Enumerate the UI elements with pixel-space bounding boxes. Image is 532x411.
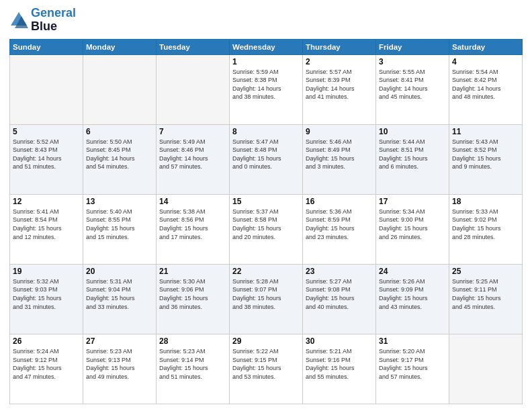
calendar-cell: 25Sunrise: 5:25 AM Sunset: 9:11 PM Dayli…	[449, 264, 523, 334]
calendar-cell	[83, 54, 157, 124]
day-number: 25	[452, 267, 519, 276]
calendar-cell: 5Sunrise: 5:52 AM Sunset: 8:43 PM Daylig…	[10, 124, 83, 194]
calendar-cell: 28Sunrise: 5:23 AM Sunset: 9:14 PM Dayli…	[157, 334, 230, 404]
day-info: Sunrise: 5:41 AM Sunset: 8:54 PM Dayligh…	[13, 208, 80, 241]
calendar-cell: 11Sunrise: 5:43 AM Sunset: 8:52 PM Dayli…	[449, 124, 523, 194]
day-number: 19	[13, 267, 80, 276]
day-number: 2	[306, 57, 373, 66]
day-info: Sunrise: 5:20 AM Sunset: 9:17 PM Dayligh…	[379, 347, 446, 381]
day-info: Sunrise: 5:23 AM Sunset: 9:13 PM Dayligh…	[86, 347, 153, 381]
day-info: Sunrise: 5:22 AM Sunset: 9:15 PM Dayligh…	[232, 347, 300, 381]
calendar-cell: 22Sunrise: 5:28 AM Sunset: 9:07 PM Dayli…	[230, 264, 303, 334]
col-header-saturday: Saturday	[449, 39, 523, 54]
day-info: Sunrise: 5:30 AM Sunset: 9:06 PM Dayligh…	[159, 277, 226, 311]
calendar-cell	[449, 334, 523, 404]
calendar-cell: 18Sunrise: 5:33 AM Sunset: 9:02 PM Dayli…	[449, 194, 523, 264]
calendar-cell: 17Sunrise: 5:34 AM Sunset: 9:00 PM Dayli…	[376, 194, 449, 264]
calendar-header-row: SundayMondayTuesdayWednesdayThursdayFrid…	[10, 39, 523, 54]
day-number: 29	[232, 336, 300, 346]
logo-text: General Blue	[31, 7, 76, 34]
calendar-cell	[10, 54, 83, 124]
day-number: 1	[232, 57, 300, 66]
day-number: 23	[306, 267, 373, 276]
day-info: Sunrise: 5:40 AM Sunset: 8:55 PM Dayligh…	[86, 208, 153, 241]
calendar-cell: 2Sunrise: 5:57 AM Sunset: 8:39 PM Daylig…	[303, 54, 376, 124]
day-number: 26	[13, 336, 80, 346]
day-number: 21	[159, 267, 226, 276]
day-number: 16	[306, 197, 373, 206]
calendar-cell: 30Sunrise: 5:21 AM Sunset: 9:16 PM Dayli…	[303, 334, 376, 404]
day-number: 12	[13, 197, 80, 206]
day-info: Sunrise: 5:50 AM Sunset: 8:45 PM Dayligh…	[86, 138, 153, 171]
day-number: 30	[306, 336, 373, 346]
day-info: Sunrise: 5:24 AM Sunset: 9:12 PM Dayligh…	[13, 347, 80, 381]
calendar-cell: 4Sunrise: 5:54 AM Sunset: 8:42 PM Daylig…	[449, 54, 523, 124]
day-info: Sunrise: 5:28 AM Sunset: 9:07 PM Dayligh…	[232, 277, 300, 311]
col-header-thursday: Thursday	[303, 39, 376, 54]
calendar-week-4: 26Sunrise: 5:24 AM Sunset: 9:12 PM Dayli…	[10, 334, 523, 404]
calendar-week-0: 1Sunrise: 5:59 AM Sunset: 8:38 PM Daylig…	[10, 54, 523, 124]
day-info: Sunrise: 5:37 AM Sunset: 8:58 PM Dayligh…	[232, 208, 300, 241]
day-info: Sunrise: 5:32 AM Sunset: 9:03 PM Dayligh…	[13, 277, 80, 311]
day-info: Sunrise: 5:31 AM Sunset: 9:04 PM Dayligh…	[86, 277, 153, 311]
calendar-cell: 9Sunrise: 5:46 AM Sunset: 8:49 PM Daylig…	[303, 124, 376, 194]
day-info: Sunrise: 5:33 AM Sunset: 9:02 PM Dayligh…	[452, 208, 519, 241]
calendar-cell: 6Sunrise: 5:50 AM Sunset: 8:45 PM Daylig…	[83, 124, 157, 194]
col-header-tuesday: Tuesday	[157, 39, 230, 54]
calendar-week-3: 19Sunrise: 5:32 AM Sunset: 9:03 PM Dayli…	[10, 264, 523, 334]
calendar-week-2: 12Sunrise: 5:41 AM Sunset: 8:54 PM Dayli…	[10, 194, 523, 264]
day-info: Sunrise: 5:23 AM Sunset: 9:14 PM Dayligh…	[159, 347, 226, 381]
day-number: 10	[379, 127, 446, 136]
calendar-cell: 10Sunrise: 5:44 AM Sunset: 8:51 PM Dayli…	[376, 124, 449, 194]
calendar-cell: 29Sunrise: 5:22 AM Sunset: 9:15 PM Dayli…	[230, 334, 303, 404]
day-info: Sunrise: 5:43 AM Sunset: 8:52 PM Dayligh…	[452, 138, 519, 171]
day-number: 24	[379, 267, 446, 276]
day-info: Sunrise: 5:38 AM Sunset: 8:56 PM Dayligh…	[159, 208, 226, 241]
logo-line1: General	[31, 7, 76, 20]
day-info: Sunrise: 5:59 AM Sunset: 8:38 PM Dayligh…	[232, 68, 300, 101]
day-number: 28	[159, 336, 226, 346]
calendar-cell: 3Sunrise: 5:55 AM Sunset: 8:41 PM Daylig…	[376, 54, 449, 124]
col-header-sunday: Sunday	[10, 39, 83, 54]
day-number: 15	[232, 197, 300, 206]
calendar-cell: 20Sunrise: 5:31 AM Sunset: 9:04 PM Dayli…	[83, 264, 157, 334]
day-info: Sunrise: 5:52 AM Sunset: 8:43 PM Dayligh…	[13, 138, 80, 171]
day-number: 22	[232, 267, 300, 276]
logo-icon	[9, 11, 28, 30]
day-number: 7	[159, 127, 226, 136]
calendar-cell: 23Sunrise: 5:27 AM Sunset: 9:08 PM Dayli…	[303, 264, 376, 334]
calendar-cell: 16Sunrise: 5:36 AM Sunset: 8:59 PM Dayli…	[303, 194, 376, 264]
day-info: Sunrise: 5:36 AM Sunset: 8:59 PM Dayligh…	[306, 208, 373, 241]
calendar-cell: 19Sunrise: 5:32 AM Sunset: 9:03 PM Dayli…	[10, 264, 83, 334]
logo: General Blue	[9, 7, 76, 34]
calendar-table: SundayMondayTuesdayWednesdayThursdayFrid…	[9, 39, 523, 404]
calendar-cell: 31Sunrise: 5:20 AM Sunset: 9:17 PM Dayli…	[376, 334, 449, 404]
calendar-cell: 26Sunrise: 5:24 AM Sunset: 9:12 PM Dayli…	[10, 334, 83, 404]
day-number: 6	[86, 127, 153, 136]
logo-line2: Blue	[31, 20, 76, 34]
col-header-wednesday: Wednesday	[230, 39, 303, 54]
day-number: 31	[379, 336, 446, 346]
day-number: 11	[452, 127, 519, 136]
calendar-cell	[157, 54, 230, 124]
calendar-cell: 14Sunrise: 5:38 AM Sunset: 8:56 PM Dayli…	[157, 194, 230, 264]
day-number: 18	[452, 197, 519, 206]
day-number: 20	[86, 267, 153, 276]
day-info: Sunrise: 5:34 AM Sunset: 9:00 PM Dayligh…	[379, 208, 446, 241]
day-info: Sunrise: 5:25 AM Sunset: 9:11 PM Dayligh…	[452, 277, 519, 311]
calendar-week-1: 5Sunrise: 5:52 AM Sunset: 8:43 PM Daylig…	[10, 124, 523, 194]
calendar-cell: 13Sunrise: 5:40 AM Sunset: 8:55 PM Dayli…	[83, 194, 157, 264]
day-info: Sunrise: 5:49 AM Sunset: 8:46 PM Dayligh…	[159, 138, 226, 171]
calendar-cell: 27Sunrise: 5:23 AM Sunset: 9:13 PM Dayli…	[83, 334, 157, 404]
day-info: Sunrise: 5:46 AM Sunset: 8:49 PM Dayligh…	[306, 138, 373, 171]
day-info: Sunrise: 5:57 AM Sunset: 8:39 PM Dayligh…	[306, 68, 373, 101]
calendar-cell: 12Sunrise: 5:41 AM Sunset: 8:54 PM Dayli…	[10, 194, 83, 264]
calendar-cell: 21Sunrise: 5:30 AM Sunset: 9:06 PM Dayli…	[157, 264, 230, 334]
day-number: 14	[159, 197, 226, 206]
day-info: Sunrise: 5:26 AM Sunset: 9:09 PM Dayligh…	[379, 277, 446, 311]
day-info: Sunrise: 5:27 AM Sunset: 9:08 PM Dayligh…	[306, 277, 373, 311]
day-number: 4	[452, 57, 519, 66]
day-number: 27	[86, 336, 153, 346]
day-number: 3	[379, 57, 446, 66]
day-info: Sunrise: 5:54 AM Sunset: 8:42 PM Dayligh…	[452, 68, 519, 101]
